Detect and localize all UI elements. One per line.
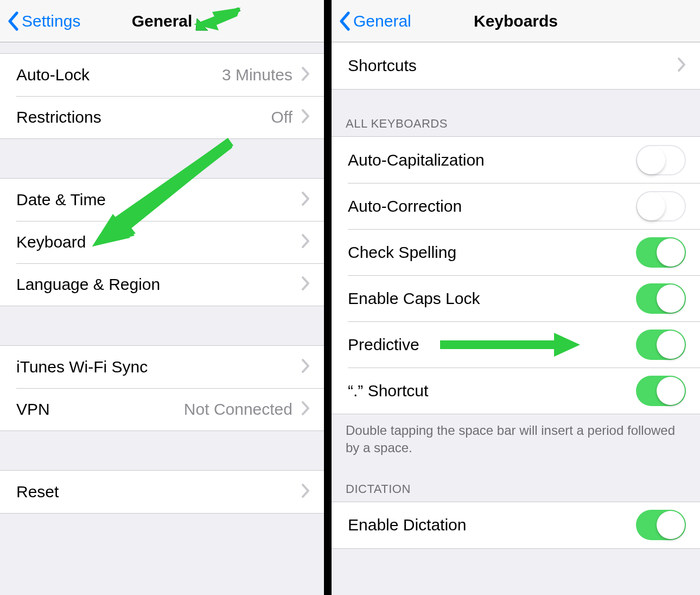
chevron-right-icon [301, 401, 310, 418]
cell-detail: Off [271, 108, 292, 126]
group-shortcuts: Shortcuts [332, 42, 700, 90]
cell-label: Auto-Lock [16, 66, 222, 84]
toggle-switch[interactable] [636, 145, 686, 175]
cell-language-region[interactable]: Language & Region [0, 263, 324, 306]
cell-shortcuts[interactable]: Shortcuts [332, 42, 700, 89]
cell-restrictions[interactable]: Restrictions Off [0, 96, 324, 138]
back-label: General [353, 12, 411, 30]
page-title: Keyboards [474, 12, 558, 30]
toggle-switch[interactable] [636, 330, 686, 360]
cell-label: Predictive [348, 336, 636, 354]
cell-label: Shortcuts [348, 56, 677, 75]
cell-enable-dictation[interactable]: Enable Dictation [332, 502, 700, 548]
toggle-switch[interactable] [636, 510, 686, 540]
cell-label: “.” Shortcut [348, 382, 636, 400]
chevron-right-icon [301, 66, 310, 84]
navbar-keyboards: General Keyboards [332, 0, 700, 42]
toggle-switch[interactable] [636, 237, 686, 268]
cell-label: Restrictions [16, 108, 271, 126]
screen-keyboards: General Keyboards Shortcuts ALL KEYBOARD… [332, 0, 700, 595]
cell-label: Enable Dictation [348, 516, 636, 534]
screen-divider [324, 0, 332, 595]
spacer [0, 42, 324, 53]
cell-label: Check Spelling [348, 243, 636, 262]
cell-label: Auto-Capitalization [348, 151, 636, 169]
toggle-switch[interactable] [636, 376, 686, 406]
group-auto-lock: Auto-Lock 3 Minutes Restrictions Off [0, 53, 324, 139]
cell-label: Reset [16, 483, 301, 501]
cell-check-spelling[interactable]: Check Spelling [332, 229, 700, 275]
group-all-keyboards: Auto-Capitalization Auto-Correction Chec… [332, 136, 700, 414]
spacer [0, 306, 324, 345]
cell-keyboard[interactable]: Keyboard [0, 221, 324, 263]
cell-reset[interactable]: Reset [0, 471, 324, 513]
screen-general: Settings General Auto-Lock 3 Minutes Res… [0, 0, 324, 595]
page-title: General [132, 12, 193, 30]
cell-detail: Not Connected [184, 400, 292, 419]
cell-label: Enable Caps Lock [348, 289, 636, 308]
cell-label: Keyboard [16, 233, 301, 251]
chevron-left-icon [8, 11, 18, 31]
cell-detail: 3 Minutes [222, 66, 292, 84]
cell-vpn[interactable]: VPN Not Connected [0, 388, 324, 431]
back-button-settings[interactable]: Settings [8, 11, 80, 31]
back-label: Settings [22, 12, 80, 30]
cell-itunes-wifi-sync[interactable]: iTunes Wi-Fi Sync [0, 346, 324, 388]
group-date-keyboard: Date & Time Keyboard Language & Region [0, 178, 324, 306]
cell-auto-lock[interactable]: Auto-Lock 3 Minutes [0, 54, 324, 96]
group-dictation: Enable Dictation [332, 502, 700, 549]
group-itunes-vpn: iTunes Wi-Fi Sync VPN Not Connected [0, 345, 324, 431]
chevron-right-icon [301, 109, 310, 126]
chevron-right-icon [301, 233, 310, 251]
cell-label: VPN [16, 400, 184, 419]
chevron-left-icon [339, 11, 350, 31]
chevron-right-icon [301, 358, 310, 376]
navbar-general: Settings General [0, 0, 324, 42]
cell-label: iTunes Wi-Fi Sync [16, 358, 301, 376]
cell-label: Language & Region [16, 275, 301, 294]
cell-auto-capitalization[interactable]: Auto-Capitalization [332, 137, 700, 183]
toggle-switch[interactable] [636, 283, 686, 314]
toggle-switch[interactable] [636, 191, 686, 221]
cell-auto-correction[interactable]: Auto-Correction [332, 183, 700, 229]
chevron-right-icon [677, 57, 686, 74]
spacer [0, 139, 324, 178]
cell-label: Date & Time [16, 191, 301, 209]
cell-predictive[interactable]: Predictive [332, 321, 700, 368]
section-footer: Double tapping the space bar will insert… [332, 414, 700, 463]
cell-enable-caps-lock[interactable]: Enable Caps Lock [332, 275, 700, 321]
chevron-right-icon [301, 276, 310, 293]
cell-label: Auto-Correction [348, 197, 636, 216]
back-button-general[interactable]: General [339, 11, 411, 31]
chevron-right-icon [301, 483, 310, 501]
section-header-all-keyboards: ALL KEYBOARDS [332, 90, 700, 136]
cell-period-shortcut[interactable]: “.” Shortcut [332, 368, 700, 414]
spacer [0, 431, 324, 470]
section-header-dictation: DICTATION [332, 463, 700, 502]
chevron-right-icon [301, 191, 310, 208]
cell-date-time[interactable]: Date & Time [0, 179, 324, 221]
group-reset: Reset [0, 470, 324, 514]
